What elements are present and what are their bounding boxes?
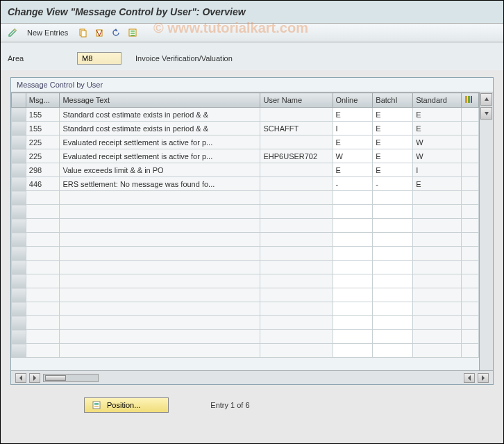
column-batch[interactable]: BatchI	[373, 93, 413, 108]
table-row[interactable]	[12, 205, 479, 219]
row-selector[interactable]	[12, 177, 26, 191]
table-row[interactable]: 225Evaluated receipt settlement is activ…	[12, 135, 479, 149]
row-selector[interactable]	[12, 247, 26, 261]
select-all-icon[interactable]	[126, 26, 139, 39]
cell-msg: 298	[26, 163, 60, 177]
svg-rect-12	[94, 403, 99, 404]
table-row[interactable]	[12, 274, 479, 288]
cell-user	[260, 108, 333, 122]
cell-standard: I	[413, 163, 461, 177]
cell-online[interactable]: W	[333, 149, 373, 163]
table-row[interactable]	[12, 191, 479, 205]
row-selector[interactable]	[12, 149, 26, 163]
cell-text: Standard cost estimate exists in period …	[60, 108, 260, 122]
table-row[interactable]	[12, 344, 479, 358]
cell-online[interactable]: E	[333, 163, 373, 177]
row-selector[interactable]	[12, 163, 26, 177]
row-selector[interactable]	[12, 316, 26, 330]
entry-counter: Entry 1 of 6	[210, 401, 249, 409]
column-msg[interactable]: Msg...	[26, 93, 60, 108]
scroll-up-icon[interactable]	[480, 93, 492, 106]
cell-pad	[461, 177, 478, 191]
svg-rect-6	[131, 33, 135, 34]
row-selector[interactable]	[12, 108, 26, 122]
scroll-left-icon[interactable]	[15, 373, 26, 383]
row-selector[interactable]	[12, 302, 26, 316]
delete-icon[interactable]	[93, 26, 106, 39]
cell-pad	[461, 163, 478, 177]
svg-rect-14	[94, 406, 99, 406]
cell-user	[260, 163, 333, 177]
new-entries-button[interactable]: New Entries	[23, 28, 72, 37]
table-row[interactable]	[12, 302, 479, 316]
position-button[interactable]: Position...	[84, 397, 169, 413]
toggle-display-change-icon[interactable]	[6, 26, 19, 39]
cell-online[interactable]: E	[333, 135, 373, 149]
scroll-right-end-icon[interactable]	[478, 373, 489, 383]
cell-online[interactable]: -	[333, 177, 373, 191]
scroll-track[interactable]	[43, 374, 99, 382]
row-selector[interactable]	[12, 344, 26, 358]
column-online[interactable]: Online	[333, 93, 373, 108]
column-standard[interactable]: Standard	[413, 93, 461, 108]
scroll-down-icon[interactable]	[480, 107, 492, 120]
cell-batch[interactable]: E	[373, 163, 413, 177]
row-selector[interactable]	[12, 261, 26, 274]
cell-batch[interactable]: E	[373, 108, 413, 122]
scroll-right-icon[interactable]	[29, 373, 40, 383]
table-row[interactable]	[12, 261, 479, 274]
cell-online[interactable]: E	[333, 108, 373, 122]
column-user[interactable]: User Name	[260, 93, 333, 108]
cell-msg: 225	[26, 149, 60, 163]
row-selector[interactable]	[12, 135, 26, 149]
svg-rect-7	[131, 35, 135, 36]
cell-standard: E	[413, 177, 461, 191]
table-row[interactable]	[12, 219, 479, 233]
cell-user: EHP6USER702	[260, 149, 333, 163]
row-selector[interactable]	[12, 205, 26, 219]
undo-change-icon[interactable]	[110, 26, 122, 39]
cell-batch[interactable]: E	[373, 135, 413, 149]
cell-standard: W	[413, 149, 461, 163]
area-description: Invoice Verification/Valuation	[135, 54, 233, 63]
position-label: Position...	[107, 401, 140, 409]
cell-text: ERS settlement: No message was found fo.…	[60, 177, 260, 191]
vertical-scrollbar[interactable]	[479, 92, 493, 370]
table-row[interactable]: 155Standard cost estimate exists in peri…	[12, 108, 479, 122]
table-row[interactable]	[12, 247, 479, 261]
table-row[interactable]	[12, 330, 479, 344]
table-config-icon[interactable]	[461, 93, 478, 108]
table-row[interactable]: 155Standard cost estimate exists in peri…	[12, 122, 479, 135]
table-row[interactable]: 446ERS settlement: No message was found …	[12, 177, 479, 191]
horizontal-scrollbar[interactable]	[11, 370, 493, 384]
row-selector[interactable]	[12, 219, 26, 233]
area-label: Area	[8, 54, 63, 63]
row-selector[interactable]	[12, 274, 26, 288]
scroll-left-end-icon[interactable]	[464, 373, 475, 383]
cell-batch[interactable]: E	[373, 122, 413, 135]
table-row[interactable]	[12, 233, 479, 247]
svg-rect-3	[96, 30, 102, 36]
row-selector[interactable]	[12, 233, 26, 247]
table-row[interactable]	[12, 288, 479, 302]
table-row[interactable]: 298Value exceeds limit & & in POEEI	[12, 163, 479, 177]
area-value: M8	[77, 52, 121, 65]
column-selector[interactable]	[12, 93, 26, 108]
table-row[interactable]: 225Evaluated receipt settlement is activ…	[12, 149, 479, 163]
row-selector[interactable]	[12, 288, 26, 302]
row-selector[interactable]	[12, 122, 26, 135]
column-text[interactable]: Message Text	[60, 93, 260, 108]
cell-batch[interactable]: E	[373, 149, 413, 163]
footer: Position... Entry 1 of 6	[1, 385, 503, 413]
message-table: Msg... Message Text User Name Online Bat…	[11, 92, 479, 358]
cell-msg: 155	[26, 108, 60, 122]
table-panel: Message Control by User Msg... Message T…	[10, 77, 494, 385]
panel-title: Message Control by User	[11, 78, 493, 92]
cell-online[interactable]: I	[333, 122, 373, 135]
table-row[interactable]	[12, 316, 479, 330]
cell-text: Value exceeds limit & & in PO	[60, 163, 260, 177]
row-selector[interactable]	[12, 330, 26, 344]
row-selector[interactable]	[12, 191, 26, 205]
cell-batch[interactable]: -	[373, 177, 413, 191]
copy-as-icon[interactable]	[76, 26, 89, 39]
